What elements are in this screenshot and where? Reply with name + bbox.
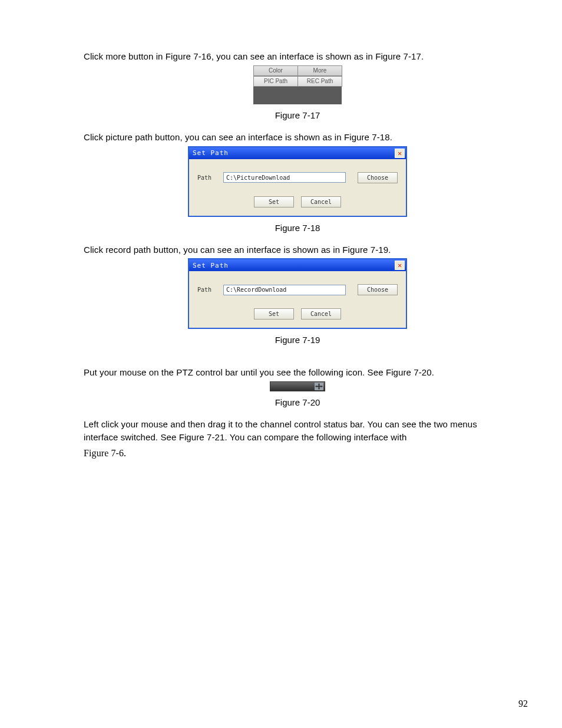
choose-button[interactable]: Choose [358,284,398,295]
move-icon[interactable] [315,383,323,390]
set-button[interactable]: Set [254,196,294,207]
path-label: Path [197,286,217,293]
dialog-title: Set Path [193,149,229,157]
cancel-button[interactable]: Cancel [301,308,341,319]
dialog-title: Set Path [193,262,229,269]
body-text: Click more button in Figure 7-16, you ca… [84,50,511,63]
choose-button[interactable]: Choose [358,172,398,183]
set-path-dialog-record: Set Path ✕ Path C:\RecordDownload Choose… [188,258,407,329]
set-button[interactable]: Set [254,308,294,319]
path-input[interactable]: C:\RecordDownload [223,285,346,295]
body-text-serif: Figure 7-6. [84,446,511,460]
figure-19-caption: Figure 7-19 [84,335,511,345]
figure-18-caption: Figure 7-18 [84,223,511,233]
body-text: Put your mouse on the PTZ control bar un… [84,366,511,379]
cancel-button[interactable]: Cancel [301,196,341,207]
dialog-titlebar: Set Path ✕ [189,259,406,271]
page-number: 92 [518,699,528,709]
pic-path-button[interactable]: PIC Path [253,76,298,87]
color-button[interactable]: Color [253,65,298,76]
rec-path-button[interactable]: REC Path [297,76,342,87]
close-icon[interactable]: ✕ [395,149,405,158]
figure-20-caption: Figure 7-20 [84,397,511,407]
body-text: Click record path button, you can see an… [84,243,511,256]
figure-17-panel: Color More PIC Path REC Path [253,65,342,104]
close-icon[interactable]: ✕ [395,261,405,270]
set-path-dialog-picture: Set Path ✕ Path C:\PictureDownload Choos… [188,146,407,217]
ptz-control-bar [270,381,325,391]
dialog-titlebar: Set Path ✕ [189,147,406,159]
body-text: Click picture path button, you can see a… [84,131,511,144]
svg-rect-1 [316,386,322,387]
path-label: Path [197,174,217,181]
body-text: Left click your mouse and then drag it t… [84,418,511,444]
path-input[interactable]: C:\PictureDownload [223,172,346,183]
more-button[interactable]: More [297,65,342,76]
figure-17-caption: Figure 7-17 [84,110,511,120]
